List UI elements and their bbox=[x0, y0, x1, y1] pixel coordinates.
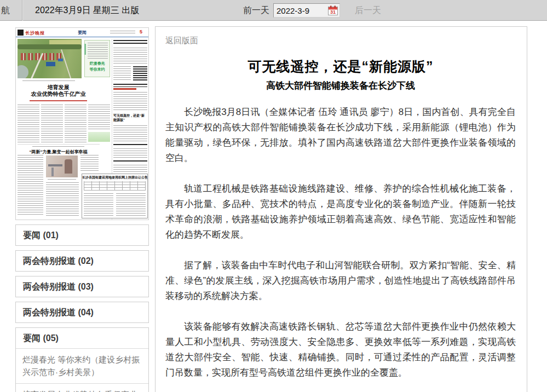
section-link-03[interactable]: 两会特别报道 (03) bbox=[16, 276, 148, 297]
aerial-village-photo bbox=[18, 39, 82, 78]
section-link-04[interactable]: 两会特别报道 (04) bbox=[16, 302, 148, 322]
qr-code bbox=[133, 66, 147, 80]
right-column-text-placeholder bbox=[113, 125, 147, 142]
text-column-placeholder bbox=[18, 105, 39, 143]
photo-blue-roof-2 bbox=[58, 59, 63, 61]
green-box-text-placeholder bbox=[88, 43, 108, 59]
page-section-05: 要闻 (05) 烂漫春光 等你来约（建设乡村振兴示范市·乡村美景） 培育发展农业… bbox=[15, 327, 149, 392]
text-column-placeholder bbox=[18, 155, 43, 216]
right-column-headline-placeholder bbox=[113, 160, 147, 163]
right-column-current-article-headline: 可无线遥控，还是“新能源版” bbox=[113, 113, 147, 122]
photo-road-2 bbox=[61, 49, 72, 78]
article-panel: 返回版面 可无线遥控，还是“新能源版” 高铁大部件智能铺换装备在长沙下线 长沙晚… bbox=[155, 26, 527, 392]
section-link-05[interactable]: 要闻 (05) bbox=[16, 328, 148, 348]
article-paragraph: 长沙晚报3月8日讯（全媒体记者 伍玲 通讯员 廖宁）8日，国内首创、具有完全自主… bbox=[165, 105, 516, 166]
next-day-button[interactable]: 后一天 bbox=[355, 5, 381, 16]
section-link-01[interactable]: 要闻 (01) bbox=[16, 225, 148, 245]
calendar-icon[interactable]: 31 bbox=[328, 5, 338, 15]
article-body: 长沙晚报3月8日讯（全媒体记者 伍玲 通讯员 廖宁）8日，国内首创、具有完全自主… bbox=[165, 105, 516, 392]
thumb-headline2: “两新”力量,聚变一起创享幸福 bbox=[18, 149, 99, 155]
article-title: 可无线遥控，还是“新能源版” bbox=[165, 57, 516, 76]
photo2-caption-placeholder bbox=[48, 179, 76, 181]
topbar-divider bbox=[22, 0, 22, 21]
photo-blue-roof bbox=[46, 62, 55, 66]
publication-date-label: 2022年3月9日 星期三 出版 bbox=[35, 5, 139, 16]
date-navigation-bar: 航 2022年3月9日 星期三 出版 前一天 2022-3-9 31 后一天 bbox=[0, 0, 547, 21]
photo-machine-part-2 bbox=[51, 168, 54, 176]
article-link[interactable]: 烂漫春光 等你来约（建设乡村振兴示范市·乡村美景） bbox=[16, 348, 148, 383]
sidebar: 长沙晚报 要闻 5 烂漫春光 等你来约 培育发展 农业优势特色千亿产业 bbox=[15, 27, 149, 392]
article-subtitle: 高铁大部件智能铺换装备在长沙下线 bbox=[165, 79, 516, 92]
green-box-tab bbox=[84, 44, 86, 55]
right-column-headline-placeholder bbox=[113, 84, 147, 87]
newspaper-page-thumbnail[interactable]: 长沙晚报 要闻 5 烂漫春光 等你来约 培育发展 农业优势特色千亿产业 bbox=[15, 27, 149, 220]
thumbnail-header-rule bbox=[16, 37, 148, 37]
back-to-page-link[interactable]: 返回版面 bbox=[165, 36, 198, 46]
photo-person bbox=[65, 159, 72, 174]
date-input-value: 2022-3-9 bbox=[277, 6, 309, 15]
text-column-placeholder bbox=[88, 105, 110, 131]
nav-tab-clipped[interactable]: 航 bbox=[1, 5, 10, 16]
photo-trees bbox=[18, 44, 82, 49]
page-section-02: 两会特别报道 (02) bbox=[15, 250, 149, 272]
thumb-headline1-line2: 农业优势特色千亿产业 bbox=[18, 90, 99, 98]
right-column-text-placeholder bbox=[113, 165, 147, 172]
thumb-section-rule bbox=[18, 144, 100, 145]
photo-pond bbox=[18, 65, 28, 78]
text-column-placeholder bbox=[41, 105, 63, 143]
previous-day-button[interactable]: 前一天 bbox=[243, 5, 269, 16]
land-notice-title: 长沙县国有建设用地使用权网上挂牌出让公告 bbox=[82, 175, 147, 180]
thumbnail-page-number: 5 bbox=[140, 29, 142, 34]
land-notice-table bbox=[84, 181, 146, 191]
text-column-placeholder bbox=[80, 155, 99, 171]
right-column-headline-placeholder bbox=[113, 144, 147, 146]
right-column-text-placeholder bbox=[113, 48, 147, 65]
article-paragraph: 据了解，该装备由中车时代电子和山河智能联合研制。双方紧扣“智能、安全、精准、绿色… bbox=[165, 258, 516, 304]
worker-photo bbox=[46, 155, 78, 177]
photo-machine-part bbox=[48, 164, 62, 166]
section-link-02[interactable]: 两会特别报道 (02) bbox=[16, 251, 148, 271]
green-seal-graphic bbox=[88, 132, 110, 142]
green-headline-line1: 烂漫春光 bbox=[85, 61, 110, 66]
right-column-text-placeholder bbox=[113, 66, 131, 80]
green-headline-line2: 等你来约 bbox=[85, 67, 110, 72]
photo-caption-placeholder bbox=[22, 80, 75, 82]
page-section-01: 要闻 (01) bbox=[15, 224, 149, 246]
page-section-04: 两会特别报道 (04) bbox=[15, 302, 149, 323]
date-input[interactable]: 2022-3-9 31 bbox=[273, 3, 340, 18]
spring-feature-box: 烂漫春光 等你来约 bbox=[84, 40, 110, 77]
right-column-text-placeholder bbox=[113, 92, 147, 112]
land-notice-text-placeholder bbox=[116, 193, 146, 217]
article-paragraph: 轨道工程机械是铁路基础设施线路建设、维修、养护的综合性机械化施工装备，具有小批量… bbox=[165, 181, 516, 243]
land-notice-box: 长沙县国有建设用地使用权网上挂牌出让公告 bbox=[82, 174, 148, 218]
article-paragraph: 该装备能够有效解决高速铁路长钢轨、岔芯等道岔大部件更换作业中仍然依赖大量人工和小… bbox=[165, 319, 516, 381]
thumb-kicker-placeholder bbox=[32, 146, 84, 148]
right-column-headline-placeholder bbox=[113, 40, 147, 45]
page-section-03: 两会特别报道 (03) bbox=[15, 276, 149, 297]
text-column-placeholder bbox=[46, 182, 79, 216]
right-column-red-text bbox=[113, 88, 136, 90]
calendar-day-number: 31 bbox=[330, 9, 336, 15]
land-notice-text-placeholder bbox=[84, 193, 113, 217]
text-column-placeholder bbox=[65, 105, 87, 143]
article-link[interactable]: 培育发展农业优势特色千亿产业 bbox=[16, 383, 148, 392]
thumbnail-header-meta-placeholder bbox=[110, 31, 135, 34]
thumb-red-subheadline bbox=[30, 100, 87, 101]
right-column-text-placeholder bbox=[113, 148, 147, 158]
